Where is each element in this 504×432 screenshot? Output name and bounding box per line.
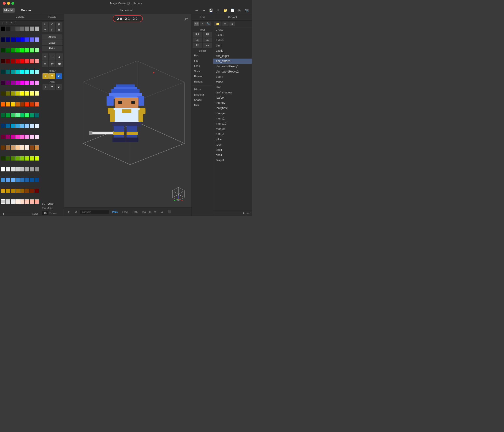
camera-button[interactable]: 📷 [244, 8, 249, 13]
color-swatch-108[interactable] [20, 167, 24, 171]
project-item-monu1[interactable]: monu1 [213, 116, 252, 121]
color-swatch-112[interactable] [1, 178, 5, 182]
project-item-monu10[interactable]: monu10 [213, 121, 252, 126]
color-swatch-51[interactable] [15, 91, 20, 96]
color-swatch-22[interactable] [30, 48, 34, 53]
color-swatch-97[interactable] [6, 156, 10, 160]
color-swatch-101[interactable] [25, 156, 29, 160]
palette-expand-icon[interactable]: ◀ [2, 212, 4, 215]
brush-tool-fill[interactable]: ⬟ [56, 61, 63, 67]
color-swatch-6[interactable] [30, 26, 34, 31]
color-swatch-54[interactable] [30, 91, 34, 96]
brush-mode-C[interactable]: C [49, 22, 55, 27]
grid-toggle-button[interactable]: ⊞ [160, 210, 164, 214]
color-swatch-36[interactable] [20, 70, 24, 74]
project-item-doom[interactable]: doom [213, 74, 252, 79]
color-swatch-89[interactable] [6, 145, 10, 150]
menu-model[interactable]: Model [3, 8, 15, 13]
color-swatch-52[interactable] [20, 91, 24, 96]
edit-repeat[interactable]: Repeat [193, 79, 212, 84]
color-swatch-34[interactable] [11, 70, 15, 74]
color-swatch-100[interactable] [20, 156, 24, 160]
project-item-leafboy[interactable]: leafboy [213, 100, 252, 106]
brush-tool-pencil[interactable]: ✏ [42, 61, 48, 67]
color-swatch-81[interactable] [6, 135, 10, 139]
color-swatch-103[interactable] [35, 156, 39, 160]
project-item-leaf[interactable]: leaf [213, 85, 252, 90]
color-swatch-2[interactable] [11, 26, 15, 31]
project-item-room[interactable]: room [213, 142, 252, 147]
color-swatch-23[interactable] [35, 48, 39, 53]
color-swatch-130[interactable] [11, 199, 15, 204]
color-swatch-33[interactable] [6, 70, 10, 74]
edit-scale[interactable]: Scale [193, 69, 212, 73]
edit-mirror[interactable]: Mirror [193, 87, 212, 92]
color-swatch-92[interactable] [20, 145, 24, 150]
color-swatch-72[interactable] [1, 124, 5, 128]
copy-button[interactable]: ⎘ [237, 8, 242, 13]
brush-erase[interactable]: Erase [42, 40, 63, 45]
project-folder-icon[interactable]: 📁 [214, 22, 221, 26]
color-swatch-85[interactable] [25, 135, 29, 139]
brush-attach[interactable]: Attach [42, 34, 63, 40]
brush-tool-trash[interactable]: 🗑 [49, 61, 55, 67]
color-swatch-66[interactable] [11, 113, 15, 117]
color-swatch-87[interactable] [35, 135, 39, 139]
project-item-chr_swordHeavy2[interactable]: chr_swordHeavy2 [213, 69, 252, 74]
color-swatch-18[interactable] [11, 48, 15, 53]
project-item-leaf_shadow[interactable]: leaf_shadow [213, 90, 252, 95]
color-swatch-38[interactable] [30, 70, 34, 74]
color-swatch-118[interactable] [30, 178, 34, 182]
close-button[interactable] [3, 2, 6, 5]
color-swatch-47[interactable] [35, 81, 39, 85]
color-swatch-4[interactable] [20, 26, 24, 31]
palette-tab-2[interactable]: 2 [10, 22, 12, 24]
project-item-leafghost[interactable]: leafghost [213, 106, 252, 111]
color-swatch-129[interactable] [6, 199, 10, 204]
project-item-chr_sword[interactable]: chr_sword [213, 59, 252, 64]
color-swatch-14[interactable] [30, 37, 34, 42]
brush-mode-F[interactable]: F [49, 27, 55, 32]
color-swatch-122[interactable] [11, 189, 15, 193]
brush-tool-select[interactable]: ⬚ [49, 53, 55, 60]
color-swatch-1[interactable] [6, 26, 10, 31]
maximize-button[interactable] [11, 2, 14, 5]
color-swatch-135[interactable] [35, 199, 39, 204]
color-swatch-24[interactable] [1, 59, 5, 63]
console-input[interactable] [80, 210, 109, 214]
color-swatch-115[interactable] [15, 178, 20, 182]
brush-paint[interactable]: Paint [42, 46, 63, 51]
edit-rotate[interactable]: Rotate [193, 74, 212, 79]
project-item-teapot[interactable]: teapot [213, 158, 252, 163]
color-swatch-0[interactable] [1, 26, 5, 31]
free-button[interactable]: Free [121, 210, 129, 214]
project-item-monu9[interactable]: monu9 [213, 126, 252, 132]
color-swatch-8[interactable] [1, 37, 5, 42]
edit-flip[interactable]: Flip [193, 58, 212, 63]
color-swatch-102[interactable] [30, 156, 34, 160]
color-swatch-116[interactable] [20, 178, 24, 182]
project-item-chr_swordHeavy1[interactable]: chr_swordHeavy1 [213, 64, 252, 69]
frame-num-input[interactable] [42, 211, 48, 215]
color-swatch-133[interactable] [25, 199, 29, 204]
color-swatch-98[interactable] [11, 156, 15, 160]
color-swatch-80[interactable] [1, 135, 5, 139]
color-swatch-20[interactable] [20, 48, 24, 53]
color-swatch-84[interactable] [20, 135, 24, 139]
palette-tab-3[interactable]: 3 [15, 22, 16, 24]
color-swatch-63[interactable] [35, 102, 39, 106]
mirror-x[interactable]: X [43, 73, 49, 79]
brush-mode-L[interactable]: L [42, 22, 48, 27]
color-swatch-5[interactable] [25, 26, 29, 31]
color-swatch-90[interactable] [11, 145, 15, 150]
brush-tool-arrow[interactable]: ▲ [56, 53, 63, 60]
color-swatch-46[interactable] [30, 81, 34, 85]
menu-render[interactable]: Render [19, 8, 33, 13]
mirror-z[interactable]: Z [56, 73, 62, 79]
solid-view-button[interactable]: ⬛ [166, 210, 172, 214]
edit-misc[interactable]: Misc [193, 103, 212, 107]
brush-mode-B[interactable]: B [56, 27, 63, 32]
color-swatch-94[interactable] [30, 145, 34, 150]
color-swatch-128[interactable] [1, 199, 5, 204]
edit-diagonal[interactable]: Diagonal [193, 92, 212, 97]
